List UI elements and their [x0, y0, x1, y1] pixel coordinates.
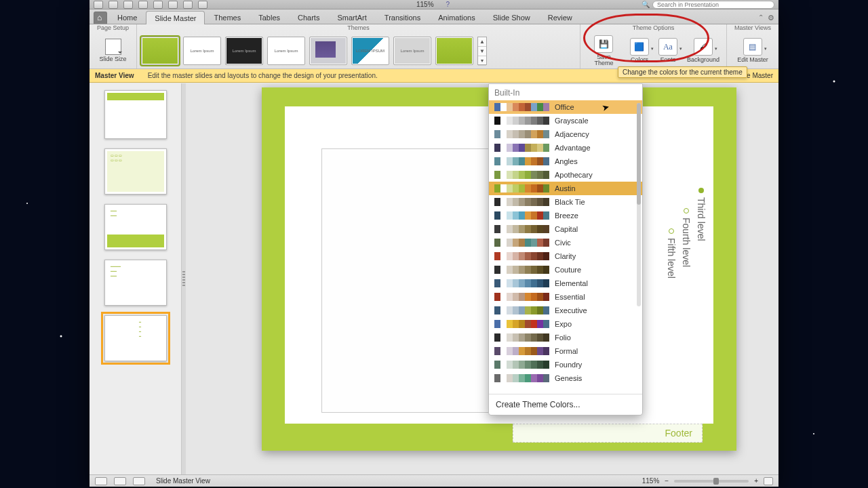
theme-gallery-item[interactable]	[435, 37, 473, 65]
color-scheme-item[interactable]: Folio	[489, 331, 642, 344]
background-button[interactable]: 🖌▾ Background	[684, 38, 722, 63]
fonts-button[interactable]: Aa▾ Fonts	[656, 38, 680, 63]
master-thumbnail[interactable]	[104, 90, 167, 139]
text-levels[interactable]: Fifth level Fourth level Third level	[666, 188, 707, 279]
color-scheme-item[interactable]: Formal	[489, 344, 642, 358]
status-zoom-value[interactable]: 115%	[642, 477, 660, 485]
colors-dropdown-list[interactable]: OfficeGrayscaleAdjacencyAdvantageAnglesA…	[489, 100, 642, 394]
status-view-label: Slide Master View	[156, 477, 210, 485]
color-scheme-name: Formal	[555, 347, 578, 355]
color-scheme-item[interactable]: Adjacency	[489, 127, 642, 141]
color-scheme-item[interactable]: Capital	[489, 222, 642, 236]
theme-gallery-item[interactable]: Lorem Ipsum	[393, 37, 431, 65]
create-theme-colors-item[interactable]: Create Theme Colors...	[489, 394, 642, 415]
qat-new-icon[interactable]	[108, 1, 118, 9]
color-scheme-name: Grayscale	[555, 117, 589, 125]
layout-thumbnail[interactable]: ━━━━	[104, 315, 167, 361]
tab-slide-show[interactable]: Slide Show	[484, 10, 539, 24]
master-thumbnail-panel[interactable]: ▭ ▭ ▭▭ ▭ ▭ ━━━━━━ ━━━━━━━━━━━ ━━━━	[90, 83, 182, 474]
dropdown-scrollbar-thumb[interactable]	[637, 103, 641, 205]
qat-home-icon[interactable]	[94, 1, 103, 9]
color-scheme-name: Couture	[555, 266, 581, 274]
canvas-area[interactable]: ‹#› Fifth level Fourth level Third level…	[186, 83, 778, 474]
normal-view-button[interactable]	[95, 477, 107, 485]
color-scheme-item[interactable]: Foundry	[489, 358, 642, 371]
qat-redo-icon[interactable]	[183, 1, 193, 9]
help-icon[interactable]: ?	[446, 1, 450, 8]
qat-save-icon[interactable]	[138, 1, 148, 9]
zoom-in-button[interactable]: +	[754, 477, 758, 485]
tab-review[interactable]: Review	[539, 10, 581, 24]
qat-open-icon[interactable]	[123, 1, 133, 9]
color-scheme-item[interactable]: Black Tie	[489, 195, 642, 209]
colors-button[interactable]: 🟦▾ Colors	[627, 38, 652, 63]
color-scheme-name: Breeze	[555, 211, 578, 220]
theme-gallery-item[interactable]: Lorem Ipsum	[183, 37, 221, 65]
edit-master-button[interactable]: ▤▾ Edit Master	[734, 38, 771, 63]
color-scheme-item[interactable]: Apothecary	[489, 168, 642, 182]
color-scheme-item[interactable]: Office	[489, 100, 642, 114]
theme-gallery-item[interactable]: Lorem Ipsum	[225, 37, 263, 65]
collapse-ribbon-icon[interactable]: ⌃	[758, 14, 764, 22]
color-scheme-name: Elemental	[555, 279, 588, 287]
colors-dropdown[interactable]: Built-In OfficeGrayscaleAdjacencyAdvanta…	[488, 83, 643, 415]
footer-placeholder[interactable]: Footer	[513, 424, 703, 443]
tab-home[interactable]: Home	[108, 10, 146, 24]
color-swatches	[494, 184, 549, 192]
tab-slide-master[interactable]: Slide Master	[146, 11, 205, 24]
slide-size-button[interactable]: Slide Size	[96, 39, 130, 62]
color-scheme-item[interactable]: Angles	[489, 155, 642, 168]
color-scheme-name: Angles	[555, 157, 578, 165]
zoom-slider[interactable]	[674, 480, 749, 483]
color-scheme-item[interactable]: Essential	[489, 290, 642, 304]
tab-home-icon[interactable]	[94, 12, 107, 24]
fonts-icon: Aa▾	[658, 38, 677, 56]
gear-icon[interactable]: ⚙	[768, 14, 774, 22]
color-scheme-name: Black Tie	[555, 198, 585, 206]
theme-gallery-nav[interactable]: ▲▼▾	[477, 37, 487, 65]
color-scheme-item[interactable]: Breeze	[489, 209, 642, 222]
color-swatches	[494, 130, 549, 138]
theme-gallery-item[interactable]	[309, 37, 347, 65]
layout-thumbnail[interactable]: ▭ ▭ ▭▭ ▭ ▭	[104, 148, 167, 195]
color-scheme-name: Essential	[555, 293, 585, 301]
theme-gallery-item[interactable]: Lorem Ipsum	[267, 37, 305, 65]
color-swatches	[494, 279, 549, 287]
tab-themes[interactable]: Themes	[205, 10, 250, 24]
tab-transitions[interactable]: Transitions	[376, 10, 429, 24]
sorter-view-button[interactable]	[114, 477, 126, 485]
slideshow-view-button[interactable]	[133, 477, 145, 485]
color-swatches	[494, 211, 549, 220]
edit-master-icon: ▤▾	[743, 38, 762, 56]
tab-smartart[interactable]: SmartArt	[328, 10, 375, 24]
theme-gallery-item[interactable]	[141, 37, 179, 65]
color-scheme-item[interactable]: Advantage	[489, 141, 642, 155]
color-scheme-item[interactable]: Elemental	[489, 277, 642, 290]
layout-thumbnail[interactable]: ━━━━━━	[104, 204, 167, 250]
qat-format-icon[interactable]	[198, 1, 208, 9]
color-scheme-name: Apothecary	[555, 171, 593, 179]
color-scheme-item[interactable]: Executive	[489, 304, 642, 317]
tab-animations[interactable]: Animations	[429, 10, 484, 24]
color-scheme-item[interactable]: Civic	[489, 236, 642, 249]
color-scheme-item[interactable]: Expo	[489, 317, 642, 331]
save-theme-button[interactable]: 💾 Save Theme	[585, 35, 623, 66]
tab-tables[interactable]: Tables	[250, 10, 289, 24]
infobar-message: Edit the master slides and layouts to ch…	[148, 72, 378, 79]
search-input[interactable]	[652, 1, 774, 9]
color-scheme-item[interactable]: Austin	[489, 182, 642, 195]
zoom-out-button[interactable]: −	[665, 477, 669, 485]
qat-zoom-value[interactable]: 115%	[416, 1, 434, 8]
tab-charts[interactable]: Charts	[289, 10, 328, 24]
group-theme-options-title: Theme Options	[585, 24, 722, 33]
color-scheme-item[interactable]: Grayscale	[489, 114, 642, 127]
color-swatches	[494, 320, 549, 328]
color-scheme-item[interactable]: Clarity	[489, 249, 642, 263]
layout-thumbnail[interactable]: ━━━━━━━━━━━	[104, 260, 167, 306]
color-scheme-item[interactable]: Couture	[489, 263, 642, 277]
qat-undo-icon[interactable]	[168, 1, 178, 9]
fit-to-window-button[interactable]	[764, 477, 773, 485]
color-scheme-item[interactable]: Genesis	[489, 371, 642, 385]
theme-gallery-item[interactable]: LOREM IPSUM	[351, 37, 389, 65]
qat-print-icon[interactable]	[153, 1, 163, 9]
